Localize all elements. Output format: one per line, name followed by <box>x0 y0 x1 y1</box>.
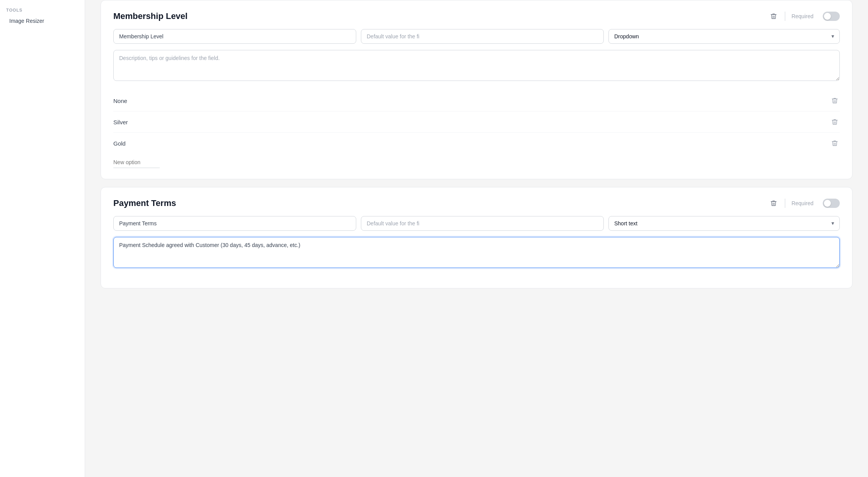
payment-field-name-input[interactable] <box>113 216 356 231</box>
payment-terms-card: Payment Terms Required <box>101 187 853 288</box>
membership-required-label: Required <box>791 13 813 19</box>
option-label: Silver <box>113 119 128 125</box>
membership-type-select-wrapper: Dropdown Short text Long text Number Dat… <box>608 29 840 44</box>
trash-icon <box>770 13 777 20</box>
membership-header-actions: Required <box>769 11 840 21</box>
tools-label: TOOLS <box>6 8 79 12</box>
payment-field-row: Short text Long text Dropdown Number Dat… <box>113 216 840 231</box>
membership-description-textarea[interactable] <box>113 50 840 81</box>
option-row: Gold <box>113 133 840 154</box>
membership-field-name-input[interactable] <box>113 29 356 44</box>
option-label: Gold <box>113 140 126 147</box>
payment-card-header: Payment Terms Required <box>113 198 840 208</box>
membership-card-title: Membership Level <box>113 11 188 21</box>
payment-default-value-input[interactable] <box>361 216 604 231</box>
option-row: None <box>113 90 840 112</box>
sidebar: TOOLS Image Resizer <box>0 0 85 477</box>
membership-field-row: Dropdown Short text Long text Number Dat… <box>113 29 840 44</box>
option-delete-button[interactable] <box>830 117 840 127</box>
option-label: None <box>113 98 127 104</box>
payment-type-select[interactable]: Short text Long text Dropdown Number Dat… <box>608 216 840 231</box>
payment-required-label: Required <box>791 200 813 206</box>
membership-delete-button[interactable] <box>769 11 779 21</box>
payment-delete-button[interactable] <box>769 198 779 208</box>
trash-icon <box>831 118 838 125</box>
payment-header-actions: Required <box>769 198 840 208</box>
payment-type-select-wrapper: Short text Long text Dropdown Number Dat… <box>608 216 840 231</box>
toggle-thumb <box>824 13 831 20</box>
header-divider <box>785 199 785 208</box>
payment-required-toggle[interactable] <box>823 199 840 208</box>
new-option-input[interactable] <box>113 157 160 168</box>
main-content: Membership Level Required <box>85 0 868 477</box>
sidebar-item-image-resizer[interactable]: Image Resizer <box>6 15 79 26</box>
option-row: Silver <box>113 112 840 133</box>
option-delete-button[interactable] <box>830 96 840 106</box>
membership-default-value-input[interactable] <box>361 29 604 44</box>
membership-type-select[interactable]: Dropdown Short text Long text Number Dat… <box>608 29 840 44</box>
membership-options-list: None Silver <box>113 90 840 154</box>
membership-card-header: Membership Level Required <box>113 11 840 21</box>
header-divider <box>785 12 785 21</box>
payment-card-title: Payment Terms <box>113 198 176 208</box>
payment-description-textarea[interactable]: Payment Schedule agreed with Customer (3… <box>113 237 840 268</box>
trash-icon <box>831 97 838 104</box>
trash-icon <box>831 140 838 147</box>
trash-icon <box>770 200 777 207</box>
membership-level-card: Membership Level Required <box>101 0 853 179</box>
membership-required-toggle[interactable] <box>823 12 840 21</box>
toggle-thumb <box>824 200 831 207</box>
option-delete-button[interactable] <box>830 138 840 148</box>
